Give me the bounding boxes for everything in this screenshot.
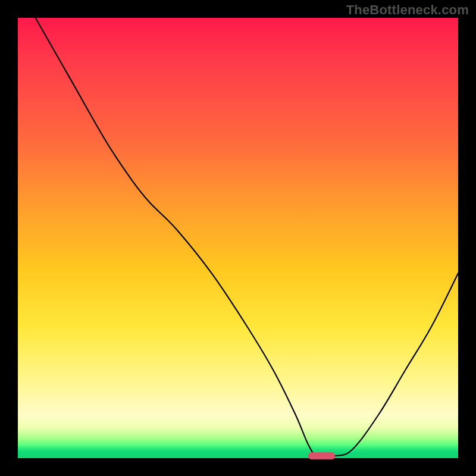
watermark-text: TheBottleneck.com [346, 2, 469, 18]
bottleneck-curve [36, 18, 458, 457]
minimum-marker [308, 453, 334, 459]
plot-area [18, 18, 458, 458]
chart-frame: TheBottleneck.com [0, 0, 476, 476]
chart-svg [18, 18, 458, 458]
